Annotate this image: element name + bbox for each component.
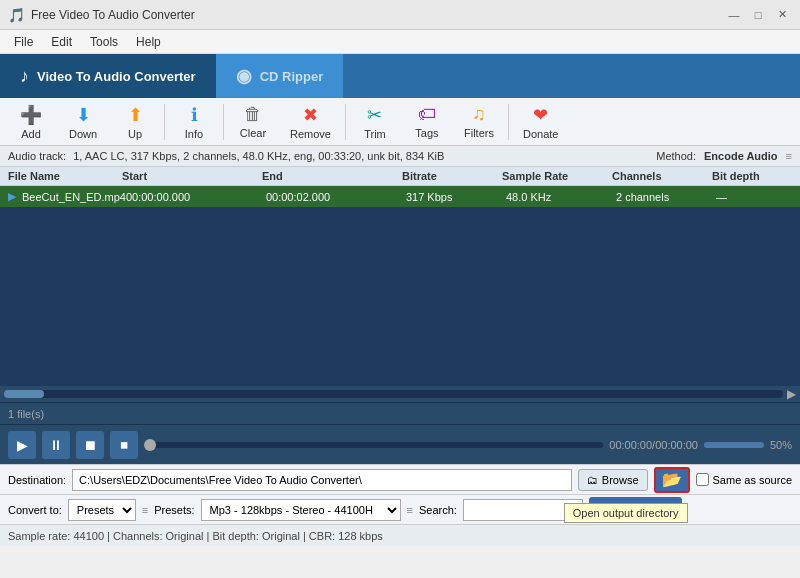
add-label: Add	[21, 128, 41, 140]
remove-button[interactable]: ✖ Remove	[280, 100, 341, 144]
tab-cd-ripper-label: CD Ripper	[260, 69, 324, 84]
down-button[interactable]: ⬇ Down	[58, 100, 108, 144]
down-label: Down	[69, 128, 97, 140]
browse-icon: 🗂	[587, 474, 598, 486]
scroll-thumb[interactable]	[4, 390, 44, 398]
playback-thumb[interactable]	[144, 439, 156, 451]
toolbar-sep-2	[223, 104, 224, 140]
menu-edit[interactable]: Edit	[43, 33, 80, 51]
info-button[interactable]: ℹ Info	[169, 100, 219, 144]
method-section: Method: Encode Audio ≡	[656, 150, 792, 162]
frame-button[interactable]: ◼	[110, 431, 138, 459]
donate-label: Donate	[523, 128, 558, 140]
trim-label: Trim	[364, 128, 386, 140]
presets-menu-icon[interactable]: ≡	[142, 504, 148, 516]
remove-label: Remove	[290, 128, 331, 140]
file-name: BeeCut_EN_ED.mp4	[22, 191, 126, 203]
menu-bar: File Edit Tools Help	[0, 30, 800, 54]
col-start: Start	[122, 170, 262, 182]
menu-tools[interactable]: Tools	[82, 33, 126, 51]
file-icon: ▶	[8, 190, 16, 203]
maximize-button[interactable]: □	[748, 5, 768, 25]
remove-icon: ✖	[303, 104, 318, 126]
tab-bar: ♪ Video To Audio Converter ◉ CD Ripper	[0, 54, 800, 98]
trim-icon: ✂	[367, 104, 382, 126]
file-end: 00:00:02.000	[266, 191, 406, 203]
presets-type-select[interactable]: Presets	[68, 499, 136, 521]
same-source-checkbox[interactable]	[696, 473, 709, 486]
trim-button[interactable]: ✂ Trim	[350, 100, 400, 144]
scroll-track[interactable]	[4, 390, 783, 398]
info-label: Info	[185, 128, 203, 140]
volume-label: 50%	[770, 439, 792, 451]
tab-video-to-audio[interactable]: ♪ Video To Audio Converter	[0, 54, 216, 98]
filters-button[interactable]: ♫ Filters	[454, 100, 504, 143]
pause-button[interactable]: ⏸	[42, 431, 70, 459]
destination-bar: Destination: 🗂 Browse 📂 Open output dire…	[0, 464, 800, 494]
up-button[interactable]: ⬆ Up	[110, 100, 160, 144]
method-value: Encode Audio	[704, 150, 778, 162]
playback-slider[interactable]	[144, 442, 603, 448]
audio-track-bar: Audio track: 1, AAC LC, 317 Kbps, 2 chan…	[0, 146, 800, 167]
menu-file[interactable]: File	[6, 33, 41, 51]
minimize-button[interactable]: —	[724, 5, 744, 25]
add-button[interactable]: ➕ Add	[6, 100, 56, 144]
tags-button[interactable]: 🏷 Tags	[402, 100, 452, 143]
presets-value-select[interactable]: Mp3 - 128kbps - Stereo - 44100H	[201, 499, 401, 521]
playback-bar: ▶ ⏸ ⏹ ◼ 00:00:00/00:00:00 50%	[0, 424, 800, 464]
browse-button[interactable]: 🗂 Browse	[578, 469, 648, 491]
info-icon: ℹ	[191, 104, 198, 126]
same-as-source[interactable]: Same as source	[696, 473, 792, 486]
scroll-right-icon[interactable]: ▶	[787, 387, 796, 401]
toolbar: ➕ Add ⬇ Down ⬆ Up ℹ Info 🗑 Clear ✖ Remov…	[0, 98, 800, 146]
volume-slider[interactable]	[704, 442, 764, 448]
filters-icon: ♫	[472, 104, 486, 125]
title-bar-left: 🎵 Free Video To Audio Converter	[8, 7, 195, 23]
table-row[interactable]: ▶ BeeCut_EN_ED.mp4 00:00:00.000 00:00:02…	[0, 186, 800, 207]
method-options-icon[interactable]: ≡	[786, 150, 792, 162]
menu-help[interactable]: Help	[128, 33, 169, 51]
col-samplerate: Sample Rate	[502, 170, 612, 182]
title-bar-controls[interactable]: — □ ✕	[724, 5, 792, 25]
tab-cd-ripper[interactable]: ◉ CD Ripper	[216, 54, 344, 98]
open-output-dir-button[interactable]: 📂 Open output directory	[654, 467, 690, 493]
search-input[interactable]	[463, 499, 583, 521]
tags-label: Tags	[415, 127, 438, 139]
up-label: Up	[128, 128, 142, 140]
file-list: ▶ BeeCut_EN_ED.mp4 00:00:00.000 00:00:02…	[0, 186, 800, 386]
down-icon: ⬇	[76, 104, 91, 126]
title-bar-title: Free Video To Audio Converter	[31, 8, 195, 22]
file-name-cell: ▶ BeeCut_EN_ED.mp4	[8, 190, 126, 203]
donate-button[interactable]: ❤ Donate	[513, 100, 568, 144]
status-bar: 1 file(s)	[0, 402, 800, 424]
toolbar-sep-4	[508, 104, 509, 140]
file-start: 00:00:00.000	[126, 191, 266, 203]
close-button[interactable]: ✕	[772, 5, 792, 25]
toolbar-sep-1	[164, 104, 165, 140]
file-bitdepth: —	[716, 191, 796, 203]
open-dir-icon: 📂	[662, 470, 682, 489]
play-button[interactable]: ▶	[8, 431, 36, 459]
tags-icon: 🏷	[418, 104, 436, 125]
up-icon: ⬆	[128, 104, 143, 126]
col-filename: File Name	[8, 170, 122, 182]
presets-options-icon[interactable]: ≡	[407, 504, 413, 516]
file-area: ▶ BeeCut_EN_ED.mp4 00:00:00.000 00:00:02…	[0, 186, 800, 402]
destination-path[interactable]	[72, 469, 572, 491]
app-icon: 🎵	[8, 7, 25, 23]
convert-bar: Convert to: Presets ≡ Presets: Mp3 - 128…	[0, 494, 800, 524]
donate-icon: ❤	[533, 104, 548, 126]
audio-track-label: Audio track:	[8, 150, 66, 162]
file-bitrate: 317 Kbps	[406, 191, 506, 203]
search-label: Search:	[419, 504, 457, 516]
video-to-audio-icon: ♪	[20, 66, 29, 87]
stop-button[interactable]: ⏹	[76, 431, 104, 459]
convert-label: Convert to:	[8, 504, 62, 516]
destination-label: Destination:	[8, 474, 66, 486]
horizontal-scrollbar[interactable]: ▶	[0, 386, 800, 402]
clear-button[interactable]: 🗑 Clear	[228, 100, 278, 143]
codec-options-button[interactable]: Codec Options	[589, 497, 682, 523]
tab-video-to-audio-label: Video To Audio Converter	[37, 69, 196, 84]
time-display: 00:00:00/00:00:00	[609, 439, 698, 451]
audio-track-info: Audio track: 1, AAC LC, 317 Kbps, 2 chan…	[8, 150, 444, 162]
